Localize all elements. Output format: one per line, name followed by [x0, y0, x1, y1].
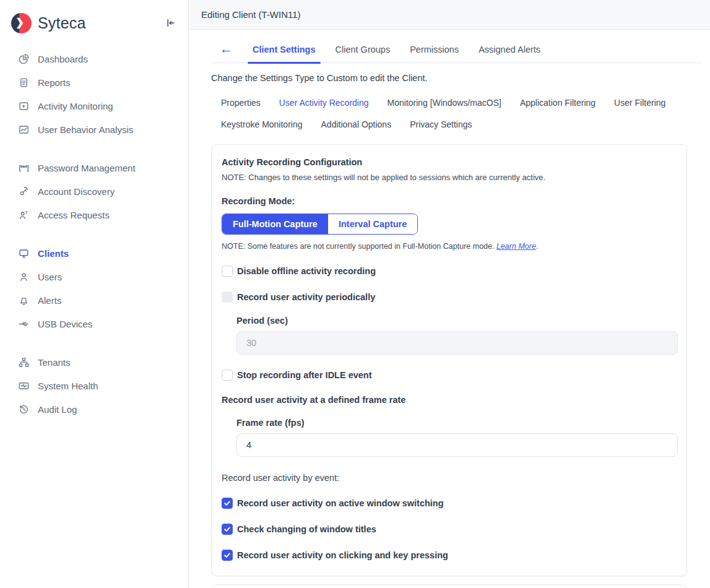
sidebar-item-account-discovery[interactable]: Account Discovery	[0, 179, 188, 203]
settings-type-info: Change the Settings Type to Custom to ed…	[211, 73, 702, 83]
checkbox-record-on-click-keypress[interactable]: Record user activity on clicking and key…	[222, 550, 677, 561]
checkbox-disable-offline-recording[interactable]: Disable offline activity recording	[222, 266, 677, 277]
mode-note-text: NOTE: Some features are not currently su…	[222, 242, 496, 251]
tab-permissions[interactable]: Permissions	[407, 45, 461, 63]
history-clock-icon	[17, 403, 30, 415]
page-title: Editing Client (T-WIN11)	[201, 9, 301, 20]
svg-text:?: ?	[25, 210, 28, 215]
recording-mode-label: Recording Mode:	[222, 196, 677, 206]
back-arrow-icon[interactable]: ←	[211, 42, 234, 63]
sidebar-item-label: Account Discovery	[38, 186, 115, 197]
subtab-bar: Properties User Activity Recording Monit…	[211, 98, 702, 129]
collapse-sidebar-icon[interactable]	[165, 17, 176, 28]
key-icon	[17, 185, 30, 197]
health-monitor-icon	[17, 379, 30, 392]
syteca-logo-icon: ❯	[11, 13, 32, 33]
checkbox-disabled-icon	[222, 292, 233, 303]
checkbox-record-on-window-switching[interactable]: Record user activity on active window sw…	[222, 498, 677, 509]
sidebar-item-alerts[interactable]: Alerts	[0, 288, 188, 312]
sidebar-nav: Dashboards Reports	[0, 47, 188, 421]
sidebar-item-dashboards[interactable]: Dashboards	[0, 47, 188, 71]
sidebar-item-label: Activity Monitoring	[38, 101, 113, 111]
sidebar-item-label: Dashboards	[38, 54, 88, 64]
next-settings-card-stub	[211, 584, 687, 588]
sidebar-item-activity-monitoring[interactable]: Activity Monitoring	[0, 94, 188, 118]
by-event-label: Record user activity by event:	[222, 473, 677, 483]
brand-row: ❯ Syteca	[0, 11, 188, 35]
sidebar-item-label: Password Management	[38, 163, 136, 173]
subtab-keystroke-monitoring[interactable]: Keystroke Monitoring	[221, 119, 303, 129]
sidebar-item-usb-devices[interactable]: USB Devices	[0, 312, 188, 335]
period-label: Period (sec)	[236, 316, 677, 326]
subtab-additional-options[interactable]: Additional Options	[321, 119, 392, 129]
card-note: NOTE: Changes to these settings will not…	[222, 173, 677, 182]
frame-rate-label: Frame rate (fps)	[236, 418, 677, 428]
subtab-user-activity-recording[interactable]: User Activity Recording	[279, 98, 369, 108]
trend-chart-icon	[17, 123, 30, 136]
sidebar-item-label: Clients	[38, 248, 69, 259]
org-chart-icon	[17, 356, 30, 368]
pie-chart-icon	[17, 53, 30, 65]
subtab-application-filtering[interactable]: Application Filtering	[520, 98, 595, 108]
frame-rate-section-label: Record user activity at a defined frame …	[222, 395, 677, 405]
password-brackets-icon: [***]	[17, 162, 30, 174]
checkbox-check-window-titles[interactable]: Check changing of window titles	[222, 524, 677, 535]
page-header: Editing Client (T-WIN11)	[189, 0, 710, 30]
checkbox-unchecked-icon	[222, 266, 233, 277]
brand-name: Syteca	[38, 14, 165, 32]
tab-client-groups[interactable]: Client Groups	[333, 45, 393, 63]
activity-recording-card: Activity Recording Configuration NOTE: C…	[211, 144, 687, 576]
document-icon	[17, 76, 30, 89]
subtab-properties[interactable]: Properties	[221, 98, 261, 108]
sidebar-item-label: Users	[38, 272, 62, 282]
tab-assigned-alerts[interactable]: Assigned Alerts	[476, 45, 543, 63]
learn-more-link[interactable]: Learn More	[496, 242, 536, 251]
checkbox-stop-after-idle[interactable]: Stop recording after IDLE event	[222, 370, 677, 381]
frame-rate-input[interactable]	[236, 433, 678, 457]
recording-mode-toggle: Full-Motion Capture Interval Capture	[222, 214, 418, 235]
sidebar-item-audit-log[interactable]: Audit Log	[0, 397, 188, 421]
checkbox-checked-icon	[222, 550, 233, 561]
sidebar: ❯ Syteca Dashboards	[0, 0, 189, 588]
mode-note: NOTE: Some features are not currently su…	[222, 242, 677, 251]
sidebar-item-label: Audit Log	[38, 404, 77, 415]
sidebar-item-label: Alerts	[38, 295, 61, 306]
usb-icon	[17, 318, 30, 330]
user-question-icon: ?	[17, 209, 30, 221]
sidebar-item-password-management[interactable]: [***] Password Management	[0, 156, 188, 179]
user-icon	[17, 270, 30, 283]
sidebar-item-label: USB Devices	[38, 319, 92, 329]
subtab-monitoring[interactable]: Monitoring [Windows/macOS]	[387, 98, 501, 108]
tab-client-settings[interactable]: Client Settings	[250, 45, 318, 63]
sidebar-item-label: Tenants	[38, 357, 71, 368]
sidebar-item-label: Access Requests	[38, 210, 110, 220]
checkbox-unchecked-icon	[222, 370, 233, 381]
full-motion-capture-button[interactable]: Full-Motion Capture	[222, 214, 328, 234]
card-title: Activity Recording Configuration	[222, 157, 677, 167]
sidebar-item-users[interactable]: Users	[0, 265, 188, 288]
sidebar-item-tenants[interactable]: Tenants	[0, 350, 188, 374]
sidebar-item-label: Reports	[38, 77, 71, 88]
sidebar-item-label: System Health	[38, 381, 98, 391]
subtab-privacy-settings[interactable]: Privacy Settings	[410, 119, 472, 129]
tab-bar: ← Client Settings Client Groups Permissi…	[211, 30, 702, 63]
content-area: ← Client Settings Client Groups Permissi…	[189, 30, 710, 588]
checkbox-checked-icon	[222, 498, 233, 509]
sidebar-item-system-health[interactable]: System Health	[0, 374, 188, 397]
app-window: ❯ Syteca Dashboards	[0, 0, 710, 588]
checkbox-record-periodically[interactable]: Record user activity periodically	[222, 292, 677, 303]
play-square-icon	[17, 100, 30, 112]
period-input	[236, 331, 678, 355]
interval-capture-button[interactable]: Interval Capture	[328, 214, 417, 234]
subtab-user-filtering[interactable]: User Filtering	[614, 98, 665, 108]
sidebar-item-access-requests[interactable]: ? Access Requests	[0, 203, 188, 227]
bell-icon	[17, 294, 30, 306]
monitor-icon	[17, 247, 30, 259]
main-area: Editing Client (T-WIN11) ← Client Settin…	[189, 0, 710, 588]
sidebar-item-clients[interactable]: Clients	[0, 241, 188, 265]
sidebar-item-label: User Behavior Analysis	[38, 124, 133, 135]
sidebar-item-reports[interactable]: Reports	[0, 71, 188, 94]
sidebar-item-user-behavior-analysis[interactable]: User Behavior Analysis	[0, 118, 188, 141]
checkbox-checked-icon	[222, 524, 233, 535]
